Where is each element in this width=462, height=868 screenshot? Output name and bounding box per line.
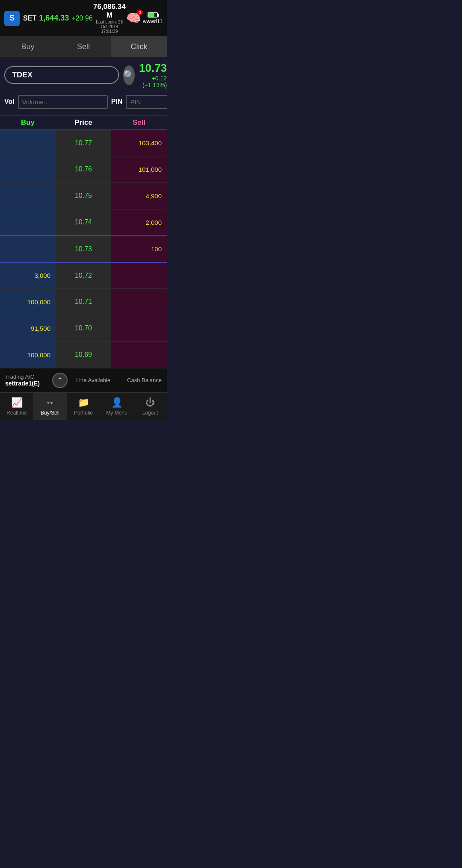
order-row: Vol PIN RefreshOrder — [0, 91, 167, 115]
tab-click[interactable]: Click — [111, 36, 167, 57]
set-value: 1,644.33 — [39, 14, 69, 23]
sell-qty-5 — [111, 263, 167, 288]
trading-account-label: Trading A/C — [5, 374, 48, 380]
nav-realtime[interactable]: 📈 Realtime — [0, 393, 33, 420]
set-change: +20.96 — [71, 15, 92, 22]
set-label: SET — [23, 15, 36, 22]
sell-qty-6 — [111, 289, 167, 315]
table-row-current[interactable]: 10.73 100 — [0, 235, 167, 262]
last-login: Last Login: 25 Oct 2018 17:01:39 — [93, 20, 126, 34]
buy-qty-6: 100,000 — [0, 289, 56, 315]
mymenu-icon: 👤 — [111, 397, 123, 408]
buy-qty-8: 100,000 — [0, 342, 56, 368]
username: wwwd11 — [143, 18, 163, 24]
price-8: 10.69 — [56, 342, 111, 368]
table-row[interactable]: 10.74 2,000 — [0, 209, 167, 235]
buy-qty-0 — [0, 130, 56, 156]
notification-count: 3 — [137, 9, 143, 15]
table-row[interactable]: 10.77 103,400 — [0, 129, 167, 156]
cash-balance-label: Cash Balance — [119, 377, 162, 383]
buysell-icon: ↔ — [45, 397, 55, 408]
notification-bell[interactable]: 🧠 3 — [126, 11, 141, 25]
header-buy: Buy — [0, 118, 56, 127]
nav-logout[interactable]: ⏻ Logout — [133, 393, 167, 420]
order-book: 10.77 103,400 10.76 101,000 10.75 4,900 … — [0, 129, 167, 368]
tab-sell[interactable]: Sell — [56, 36, 111, 57]
symbol-row: 🔍 10.73 +0.12 (+1.13%) — [0, 57, 167, 91]
nav-mymenu-label: My Menu — [106, 410, 127, 416]
symbol-input[interactable] — [4, 66, 119, 84]
header-price: Price — [56, 118, 111, 127]
price-2: 10.75 — [56, 183, 111, 209]
sell-qty-7 — [111, 315, 167, 341]
pin-label: PIN — [111, 98, 123, 106]
price-5: 10.72 — [56, 263, 111, 288]
order-book-header: Buy Price Sell — [0, 115, 167, 129]
nav-logout-label: Logout — [142, 410, 158, 416]
price-6: 10.71 — [56, 289, 111, 315]
search-button[interactable]: 🔍 — [123, 65, 135, 85]
buy-qty-1 — [0, 156, 56, 182]
trading-account: Trading A/C settrade1(E) — [5, 374, 48, 387]
table-row[interactable]: 100,000 10.69 — [0, 341, 167, 368]
tab-buy[interactable]: Buy — [0, 36, 56, 57]
price-4: 10.73 — [56, 236, 111, 262]
nav-portfolio[interactable]: 📁 Portfolio — [67, 393, 100, 420]
app-logo: S — [4, 11, 20, 26]
portfolio-icon: 📁 — [78, 397, 89, 408]
sell-qty-4: 100 — [111, 236, 167, 262]
price-0: 10.77 — [56, 130, 111, 156]
nav-mymenu[interactable]: 👤 My Menu — [100, 393, 133, 420]
price-1: 10.76 — [56, 156, 111, 182]
battery-icon — [148, 12, 158, 18]
header-sell: Sell — [111, 118, 167, 127]
sell-qty-0: 103,400 — [111, 130, 167, 156]
portfolio-value: 76,086.34 M — [93, 3, 126, 20]
sell-qty-8 — [111, 342, 167, 368]
line-available-label: Line Available — [72, 377, 115, 383]
table-row[interactable]: 91,500 10.70 — [0, 315, 167, 341]
logout-icon: ⏻ — [145, 397, 155, 408]
table-row[interactable]: 3,000 10.72 — [0, 262, 167, 288]
realtime-icon: 📈 — [11, 397, 23, 408]
trading-account-value: settrade1(E) — [5, 380, 48, 387]
price-3: 10.74 — [56, 209, 111, 235]
current-price: 10.73 — [139, 62, 167, 75]
pin-input[interactable] — [126, 95, 167, 109]
nav-portfolio-label: Portfolio — [74, 410, 93, 416]
sell-qty-3: 2,000 — [111, 209, 167, 235]
expand-button[interactable]: ⌃ — [52, 373, 68, 388]
table-row[interactable]: 10.75 4,900 — [0, 182, 167, 209]
buy-qty-4 — [0, 236, 56, 262]
buy-qty-5: 3,000 — [0, 263, 56, 288]
table-row[interactable]: 100,000 10.71 — [0, 288, 167, 315]
volume-input[interactable] — [18, 95, 108, 109]
table-row[interactable]: 10.76 101,000 — [0, 156, 167, 182]
app-header: S SET 1,644.33 +20.96 76,086.34 M Last L… — [0, 0, 167, 36]
bottom-navigation: 📈 Realtime ↔ Buy/Sell 📁 Portfolio 👤 My M… — [0, 392, 167, 420]
nav-realtime-label: Realtime — [6, 410, 27, 416]
price-display: 10.73 +0.12 (+1.13%) — [139, 62, 167, 88]
buy-qty-3 — [0, 209, 56, 235]
sell-qty-2: 4,900 — [111, 183, 167, 209]
account-info-bar: Trading A/C settrade1(E) ⌃ Line Availabl… — [0, 368, 167, 392]
buy-qty-7: 91,500 — [0, 315, 56, 341]
price-change: +0.12 (+1.13%) — [139, 75, 167, 88]
price-7: 10.70 — [56, 315, 111, 341]
nav-buysell-label: Buy/Sell — [41, 410, 59, 416]
vol-label: Vol — [4, 98, 15, 106]
nav-buysell[interactable]: ↔ Buy/Sell — [33, 393, 67, 420]
main-tabs: Buy Sell Click — [0, 36, 167, 57]
sell-qty-1: 101,000 — [111, 156, 167, 182]
buy-qty-2 — [0, 183, 56, 209]
